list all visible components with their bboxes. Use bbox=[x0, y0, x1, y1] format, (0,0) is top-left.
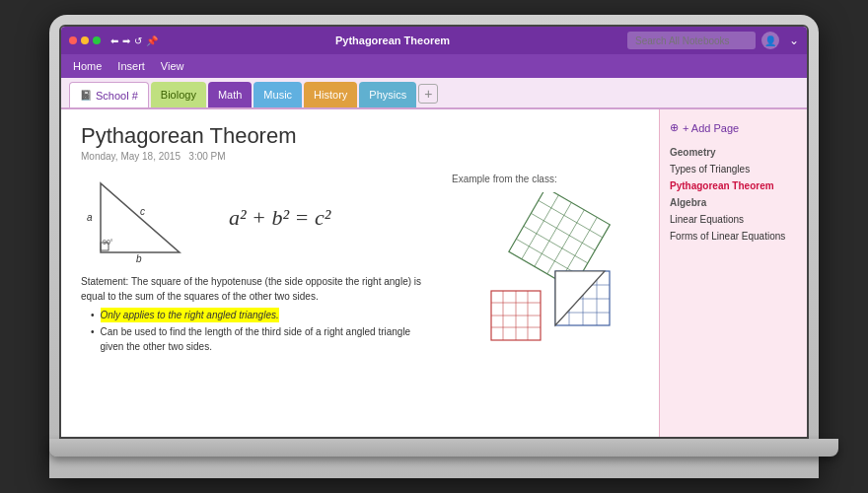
svg-line-13 bbox=[524, 226, 588, 263]
maximize-button[interactable] bbox=[93, 36, 101, 44]
add-page-button[interactable]: ⊕ + Add Page bbox=[660, 117, 807, 138]
math-illustration: a b c 90° a² + b² = c² bbox=[81, 174, 422, 262]
laptop-screen: ⬅ ➡ ↺ 📌 Pythagorean Theorem 👤 ⌄ Home Ins… bbox=[59, 25, 809, 439]
content-area: Pythagorean Theorem Monday, May 18, 2015… bbox=[61, 109, 659, 439]
sidebar-item-types-of-triangles[interactable]: Types of Triangles bbox=[660, 161, 807, 177]
svg-text:b: b bbox=[136, 253, 142, 262]
tab-school[interactable]: 📓 School # bbox=[69, 82, 149, 107]
right-panel: Example from the class: bbox=[442, 174, 639, 356]
example-label: Example from the class: bbox=[452, 174, 639, 184]
window-controls bbox=[69, 36, 101, 44]
svg-line-14 bbox=[516, 239, 580, 275]
laptop-outer: ⬅ ➡ ↺ 📌 Pythagorean Theorem 👤 ⌄ Home Ins… bbox=[49, 15, 819, 478]
sidebar: ⊕ + Add Page Geometry Types of Triangles… bbox=[659, 109, 807, 439]
add-tab-button[interactable]: + bbox=[418, 84, 438, 104]
main-area: Pythagorean Theorem Monday, May 18, 2015… bbox=[61, 109, 807, 439]
svg-marker-29 bbox=[555, 271, 605, 325]
close-button[interactable] bbox=[69, 36, 77, 44]
menu-insert[interactable]: Insert bbox=[117, 60, 145, 72]
menu-view[interactable]: View bbox=[161, 60, 184, 72]
tab-music[interactable]: Music bbox=[253, 82, 302, 107]
tabbar: 📓 School # Biology Math Music History Ph… bbox=[61, 78, 807, 109]
svg-line-9 bbox=[547, 210, 585, 274]
sidebar-section-algebra: Algebra bbox=[660, 194, 807, 211]
minimize-button[interactable] bbox=[81, 36, 89, 44]
squares-diagram bbox=[452, 192, 619, 345]
statement-section: Statement: The square of the hypotenuse … bbox=[81, 274, 422, 354]
triangle-diagram: a b c 90° bbox=[81, 174, 199, 262]
search-input[interactable] bbox=[627, 32, 756, 49]
page-meta: Monday, May 18, 2015 3:00 PM bbox=[81, 151, 639, 162]
content-body: a b c 90° a² + b² = c² Stateme bbox=[81, 174, 639, 356]
svg-line-7 bbox=[522, 195, 559, 259]
left-content: a b c 90° a² + b² = c² Stateme bbox=[81, 174, 422, 356]
bullet-1-text: Only applies to the right angled triangl… bbox=[101, 308, 279, 322]
svg-text:a: a bbox=[87, 212, 93, 223]
tab-biology[interactable]: Biology bbox=[151, 82, 206, 107]
sidebar-item-pythagorean-theorem[interactable]: Pythagorean Theorem bbox=[660, 177, 807, 194]
page-title: Pythagorean Theorem bbox=[81, 123, 639, 149]
sidebar-section-geometry: Geometry bbox=[660, 144, 807, 161]
bullet-dot-1: • bbox=[91, 308, 95, 322]
equation: a² + b² = c² bbox=[229, 205, 330, 231]
tab-history[interactable]: History bbox=[304, 82, 357, 107]
bullet-2-text: Can be used to find the length of the th… bbox=[101, 324, 422, 354]
add-page-icon: ⊕ bbox=[670, 121, 679, 134]
bullet-dot-2: • bbox=[91, 324, 95, 354]
svg-text:c: c bbox=[140, 206, 145, 217]
svg-text:90°: 90° bbox=[103, 239, 113, 246]
svg-line-8 bbox=[535, 202, 572, 266]
tab-math[interactable]: Math bbox=[208, 82, 252, 107]
menubar: Home Insert View bbox=[61, 54, 807, 78]
sidebar-item-linear-equations[interactable]: Linear Equations bbox=[660, 211, 807, 228]
laptop-base bbox=[49, 439, 838, 457]
window-title: Pythagorean Theorem bbox=[164, 35, 621, 46]
sidebar-item-forms-of-linear-equations[interactable]: Forms of Linear Equations bbox=[660, 228, 807, 245]
statement-text: Statement: The square of the hypotenuse … bbox=[81, 274, 422, 304]
menu-home[interactable]: Home bbox=[73, 60, 102, 72]
bullet-2: • Can be used to find the length of the … bbox=[81, 324, 422, 354]
bullet-1: • Only applies to the right angled trian… bbox=[81, 308, 422, 322]
svg-line-11 bbox=[539, 200, 603, 238]
titlebar: ⬅ ➡ ↺ 📌 Pythagorean Theorem 👤 ⌄ bbox=[61, 27, 807, 54]
tab-physics[interactable]: Physics bbox=[359, 82, 416, 107]
svg-line-12 bbox=[531, 213, 595, 250]
avatar[interactable]: 👤 bbox=[761, 32, 779, 49]
